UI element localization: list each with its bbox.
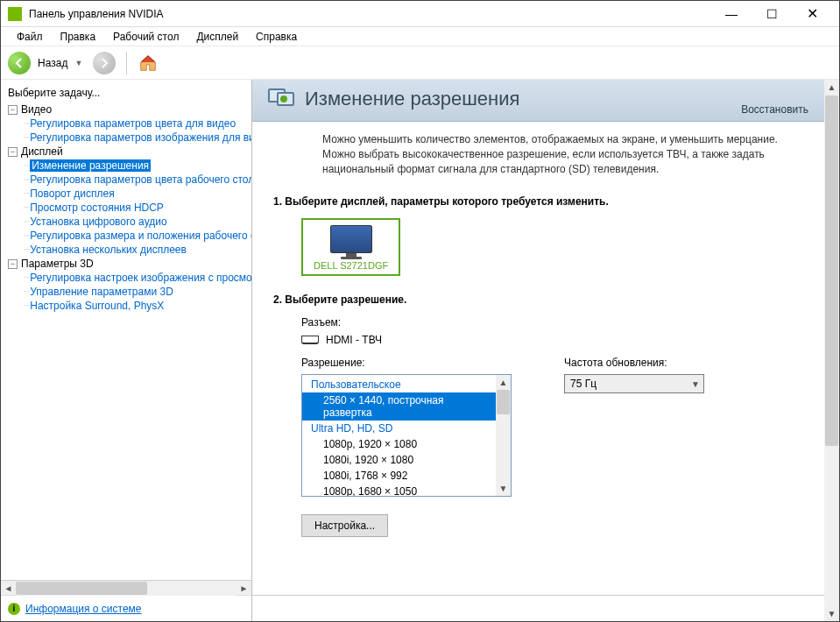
tree-line-icon: ┈: [24, 272, 30, 284]
minimize-button[interactable]: —: [711, 1, 752, 27]
scroll-up-icon[interactable]: ▲: [496, 375, 511, 390]
tree-category-label: Видео: [21, 103, 52, 116]
menu-file[interactable]: Файл: [8, 29, 52, 45]
scroll-down-icon[interactable]: ▼: [824, 606, 839, 621]
scroll-thumb[interactable]: [497, 390, 510, 414]
main-area: Выберите задачу... −Видео┈Регулировка па…: [1, 80, 839, 621]
resolution-item[interactable]: 1080p, 1920 × 1080: [302, 436, 496, 452]
restore-link[interactable]: Восстановить: [741, 103, 808, 116]
resolution-scrollbar[interactable]: ▲ ▼: [496, 375, 511, 496]
menu-edit[interactable]: Правка: [52, 29, 105, 45]
hdmi-icon: [301, 336, 319, 344]
resolution-refresh-row: Разрешение: Пользовательское 2560 × 1440…: [301, 357, 803, 497]
resolution-item[interactable]: 1080i, 1768 × 992: [302, 468, 496, 484]
scroll-up-icon[interactable]: ▲: [824, 80, 839, 95]
tree-line-icon: ┈: [24, 201, 30, 214]
task-header: Выберите задачу...: [6, 83, 251, 102]
scroll-right-icon[interactable]: ►: [236, 581, 251, 596]
task-tree[interactable]: −Видео┈Регулировка параметров цвета для …: [6, 102, 251, 313]
tree-item[interactable]: ┈Регулировка настроек изображения с прос…: [6, 271, 251, 285]
tree-category[interactable]: −Видео: [6, 102, 251, 117]
tree-collapse-icon[interactable]: −: [8, 147, 18, 157]
resolution-item-selected[interactable]: 2560 × 1440, построчная развертка: [302, 392, 496, 421]
tree-item-label[interactable]: Установка нескольких дисплеев: [30, 244, 187, 256]
sidebar-tree-container: Выберите задачу... −Видео┈Регулировка па…: [1, 80, 251, 580]
resolution-item[interactable]: 1080i, 1920 × 1080: [302, 452, 496, 468]
content-footer: [252, 595, 824, 621]
forward-button[interactable]: [93, 52, 116, 74]
tree-item-label[interactable]: Поворот дисплея: [30, 187, 115, 200]
refresh-label: Частота обновления:: [564, 357, 704, 369]
nvidia-icon: [8, 7, 22, 21]
tree-line-icon: ┈: [24, 244, 30, 256]
resolution-item[interactable]: 1080p, 1680 × 1050: [302, 484, 496, 496]
connector-label: Разъем:: [301, 316, 803, 329]
tree-item-label[interactable]: Управление параметрами 3D: [30, 286, 173, 298]
customize-section: Настройка...: [252, 505, 824, 546]
close-button[interactable]: ✕: [792, 1, 832, 27]
page-header-icon: [268, 85, 296, 113]
scroll-track[interactable]: [16, 581, 236, 596]
resolution-listbox[interactable]: Пользовательское 2560 × 1440, построчная…: [301, 374, 512, 497]
tree-line-icon: ┈: [24, 216, 30, 228]
back-label: Назад: [38, 57, 67, 69]
tree-item[interactable]: ┈Установка цифрового аудио: [6, 215, 251, 229]
tree-item[interactable]: ┈Просмотр состояния HDCP: [6, 201, 251, 215]
scroll-thumb[interactable]: [16, 582, 147, 595]
tree-item-label[interactable]: Регулировка настроек изображения с просм…: [30, 272, 251, 284]
tree-item[interactable]: ┈Установка нескольких дисплеев: [6, 243, 251, 257]
menu-display[interactable]: Дисплей: [187, 29, 247, 45]
tree-item[interactable]: ┈Настройка Surround, PhysX: [6, 299, 251, 313]
info-icon: i: [8, 603, 20, 615]
tree-item-label[interactable]: Регулировка параметров цвета рабочего ст…: [30, 173, 251, 186]
tree-collapse-icon[interactable]: −: [8, 259, 18, 269]
tree-item-label[interactable]: Изменение разрешения: [30, 159, 151, 172]
maximize-button[interactable]: ☐: [752, 1, 792, 27]
tree-category-label: Параметры 3D: [21, 258, 94, 270]
tree-item[interactable]: ┈Изменение разрешения: [6, 159, 251, 173]
tree-collapse-icon[interactable]: −: [8, 105, 18, 115]
back-history-chevron-icon[interactable]: ▼: [74, 59, 82, 67]
menubar: Файл Правка Рабочий стол Дисплей Справка: [1, 27, 839, 46]
tree-line-icon: ┈: [24, 230, 30, 242]
tree-item[interactable]: ┈Регулировка параметров цвета рабочего с…: [6, 173, 251, 187]
tree-line-icon: ┈: [24, 286, 30, 298]
home-icon[interactable]: [138, 53, 159, 74]
tree-item[interactable]: ┈Регулировка параметров цвета для видео: [6, 117, 251, 131]
monitor-card[interactable]: DELL S2721DGF: [301, 218, 400, 276]
sidebar-horizontal-scrollbar[interactable]: ◄ ►: [1, 580, 251, 595]
refresh-dropdown[interactable]: 75 Гц ▼: [564, 374, 704, 393]
tree-item[interactable]: ┈Регулировка размера и положения рабочег…: [6, 229, 251, 243]
scroll-left-icon[interactable]: ◄: [1, 581, 16, 596]
tree-item[interactable]: ┈Управление параметрами 3D: [6, 285, 251, 299]
tree-category[interactable]: −Дисплей: [6, 145, 251, 159]
scroll-thumb[interactable]: [825, 95, 838, 446]
toolbar-divider: [126, 52, 127, 74]
tree-item-label[interactable]: Регулировка размера и положения рабочего…: [30, 230, 251, 242]
customize-button[interactable]: Настройка...: [301, 514, 388, 537]
chevron-down-icon: ▼: [691, 379, 700, 389]
content-vertical-scrollbar[interactable]: ▲ ▼: [824, 80, 839, 621]
connector-row: HDMI - ТВЧ: [301, 334, 803, 346]
sidebar: Выберите задачу... −Видео┈Регулировка па…: [1, 80, 252, 621]
refresh-column: Частота обновления: 75 Гц ▼: [564, 357, 704, 497]
tree-item-label[interactable]: Просмотр состояния HDCP: [30, 201, 164, 214]
section2-title: 2. Выберите разрешение.: [273, 293, 803, 306]
system-info-link[interactable]: Информация о системе: [25, 603, 141, 615]
tree-item-label[interactable]: Регулировка параметров изображения для в…: [30, 131, 251, 144]
tree-item-label[interactable]: Настройка Surround, PhysX: [30, 300, 164, 312]
scroll-track[interactable]: [496, 390, 511, 481]
scroll-down-icon[interactable]: ▼: [496, 481, 511, 496]
tree-category[interactable]: −Параметры 3D: [6, 257, 251, 271]
menu-desktop[interactable]: Рабочий стол: [104, 29, 187, 45]
back-button[interactable]: [8, 52, 31, 74]
toolbar: Назад ▼: [1, 46, 839, 80]
resolution-items: Пользовательское 2560 × 1440, построчная…: [302, 375, 496, 496]
tree-line-icon: ┈: [24, 187, 30, 200]
tree-item[interactable]: ┈Регулировка параметров изображения для …: [6, 131, 251, 145]
menu-help[interactable]: Справка: [247, 29, 306, 45]
tree-item-label[interactable]: Установка цифрового аудио: [30, 216, 166, 228]
tree-item-label[interactable]: Регулировка параметров цвета для видео: [30, 117, 236, 130]
tree-item[interactable]: ┈Поворот дисплея: [6, 187, 251, 201]
tree-line-icon: ┈: [24, 131, 30, 144]
